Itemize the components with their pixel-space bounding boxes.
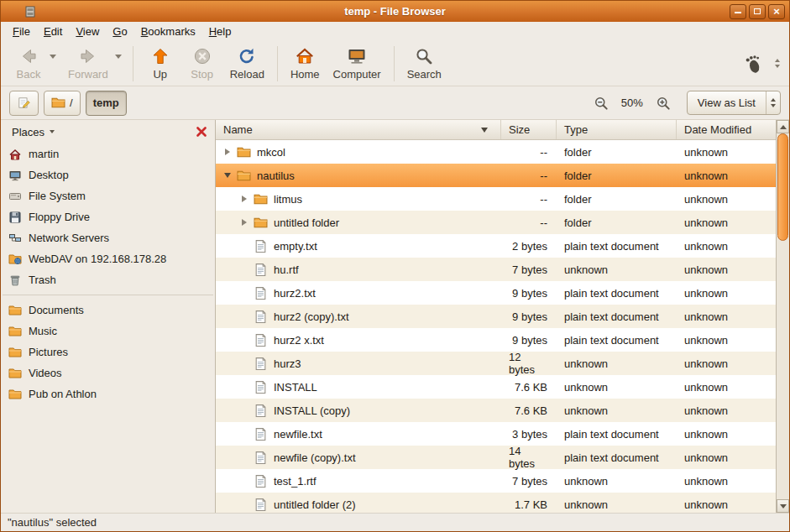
table-row[interactable]: litmus--folderunknown [216, 187, 776, 211]
file-list: mkcol--folderunknownnautilus--folderunkn… [216, 140, 776, 513]
search-button[interactable]: Search [400, 43, 448, 85]
cell-date-modified: unknown [677, 375, 776, 399]
cell-name: hu.rtf [216, 258, 501, 281]
sidebar-item-trash[interactable]: Trash [1, 269, 215, 290]
table-row[interactable]: empty.txt2 bytesplain text documentunkno… [216, 234, 776, 258]
column-header-date-modified[interactable]: Date Modified [677, 120, 776, 139]
forward-button[interactable]: Forward [61, 43, 115, 85]
sidebar-item-martin[interactable]: martin [1, 143, 215, 164]
location-bar: / temp 50% View as List [1, 86, 789, 120]
table-row[interactable]: nautilus--folderunknown [216, 164, 776, 187]
path-button-root[interactable]: / [44, 91, 81, 116]
toolbar-grip[interactable] [772, 55, 782, 71]
zoom-in-button[interactable] [653, 93, 673, 113]
expander-expanded-icon[interactable] [221, 173, 234, 178]
table-row[interactable]: newfile.txt3 bytesplain text documentunk… [216, 422, 776, 446]
path-root-label: / [70, 96, 73, 109]
table-row[interactable]: hurz2.txt9 bytesplain text documentunkno… [216, 281, 776, 305]
table-row[interactable]: test_1.rtf7 bytesunknownunknown [216, 469, 776, 493]
table-row[interactable]: untitled folder (2)1.7 KBunknownunknown [216, 493, 776, 513]
titlebar[interactable]: temp - File Browser × [1, 1, 789, 22]
view-mode-select[interactable]: View as List [687, 91, 781, 115]
text-file-icon [254, 380, 268, 394]
sidebar-item-desktop[interactable]: Desktop [1, 164, 215, 185]
table-row[interactable]: hurz312 bytesunknownunknown [216, 352, 776, 375]
search-icon [414, 46, 434, 66]
window-icon [24, 5, 37, 18]
column-header-size[interactable]: Size [501, 120, 557, 139]
places-sidebar: Places martinDesktopFile SystemFloppy Dr… [1, 120, 216, 513]
file-name: untitled folder (2) [274, 498, 356, 511]
file-name: hurz3 [274, 357, 301, 370]
file-name: nautilus [257, 170, 295, 182]
sidebar-item-label: Videos [29, 367, 62, 379]
cell-type: plain text document [557, 328, 677, 352]
cell-size: 2 bytes [501, 234, 557, 258]
table-row[interactable]: hu.rtf7 bytesunknownunknown [216, 258, 776, 281]
places-header: Places [1, 120, 215, 143]
table-row[interactable]: hurz2 x.txt9 bytesplain text documentunk… [216, 328, 776, 352]
table-row[interactable]: mkcol--folderunknown [216, 140, 776, 164]
search-label: Search [407, 68, 442, 81]
table-row[interactable]: hurz2 (copy).txt9 bytesplain text docume… [216, 305, 776, 328]
sidepane-close-button[interactable] [194, 124, 209, 139]
expander-collapsed-icon[interactable] [238, 196, 251, 202]
sidebar-item-videos[interactable]: Videos [1, 362, 215, 383]
scrollbar-thumb[interactable] [777, 133, 788, 241]
toolbar: Back Forward Up Stop Reload Home Compute… [1, 41, 789, 86]
menu-bookmarks[interactable]: Bookmarks [134, 23, 202, 40]
text-file-icon [254, 357, 268, 371]
menu-help[interactable]: Help [202, 23, 238, 40]
expander-collapsed-icon[interactable] [221, 149, 234, 155]
scroll-up-button[interactable] [777, 120, 789, 133]
minimize-button[interactable] [730, 4, 746, 19]
scroll-down-button[interactable] [777, 499, 789, 513]
maximize-button[interactable] [749, 4, 766, 19]
back-history-dropdown[interactable] [50, 43, 61, 85]
file-list-area: Name Size Type Date Modified mkcol--fold… [216, 120, 776, 513]
cell-size: -- [501, 187, 557, 211]
places-separator [3, 295, 213, 295]
cell-name: mkcol [216, 140, 501, 164]
up-button[interactable]: Up [139, 43, 181, 85]
menu-go[interactable]: Go [106, 23, 133, 40]
sidebar-item-file-system[interactable]: File System [1, 185, 215, 206]
path-button-temp[interactable]: temp [86, 91, 127, 116]
home-icon [295, 46, 315, 66]
home-button[interactable]: Home [284, 43, 327, 85]
stop-button[interactable]: Stop [181, 43, 223, 85]
table-row[interactable]: newfile (copy).txt14 bytesplain text doc… [216, 446, 776, 469]
sidebar-item-music[interactable]: Music [1, 321, 215, 342]
sidebar-item-pictures[interactable]: Pictures [1, 342, 215, 362]
menu-file[interactable]: File [6, 23, 37, 40]
expander-collapsed-icon[interactable] [238, 219, 251, 226]
column-header-type[interactable]: Type [557, 120, 677, 139]
sidebar-item-documents[interactable]: Documents [1, 300, 215, 321]
zoom-out-button[interactable] [591, 93, 611, 113]
cell-type: unknown [557, 493, 677, 513]
table-row[interactable]: INSTALL7.6 KBunknownunknown [216, 375, 776, 399]
computer-button[interactable]: Computer [327, 43, 388, 85]
table-row[interactable]: INSTALL (copy)7.6 KBunknownunknown [216, 399, 776, 422]
file-name: empty.txt [274, 240, 317, 253]
places-selector[interactable]: Places [7, 123, 60, 141]
menu-view[interactable]: View [69, 23, 106, 40]
sidebar-item-pub-on-athlon[interactable]: Pub on Athlon [1, 383, 215, 404]
sidebar-item-floppy-drive[interactable]: Floppy Drive [1, 206, 215, 227]
column-header-name[interactable]: Name [216, 120, 501, 139]
cell-size: 1.7 KB [501, 493, 557, 513]
chevron-up-icon [771, 98, 776, 102]
sidebar-item-label: Trash [29, 274, 56, 286]
cell-size: 7.6 KB [501, 399, 557, 422]
close-button[interactable]: × [768, 4, 785, 19]
table-row[interactable]: untitled folder--folderunknown [216, 211, 776, 234]
scrollbar-track[interactable] [777, 133, 789, 499]
back-button[interactable]: Back [8, 43, 50, 85]
toggle-location-entry-button[interactable] [9, 91, 39, 116]
chevron-up-icon [780, 125, 787, 129]
forward-history-dropdown[interactable] [115, 43, 127, 85]
sidebar-item-webdav-on-192-168-178-28[interactable]: WebDAV on 192.168.178.28 [1, 248, 215, 269]
reload-button[interactable]: Reload [223, 43, 271, 85]
menu-edit[interactable]: Edit [37, 23, 69, 40]
sidebar-item-network-servers[interactable]: Network Servers [1, 227, 215, 248]
